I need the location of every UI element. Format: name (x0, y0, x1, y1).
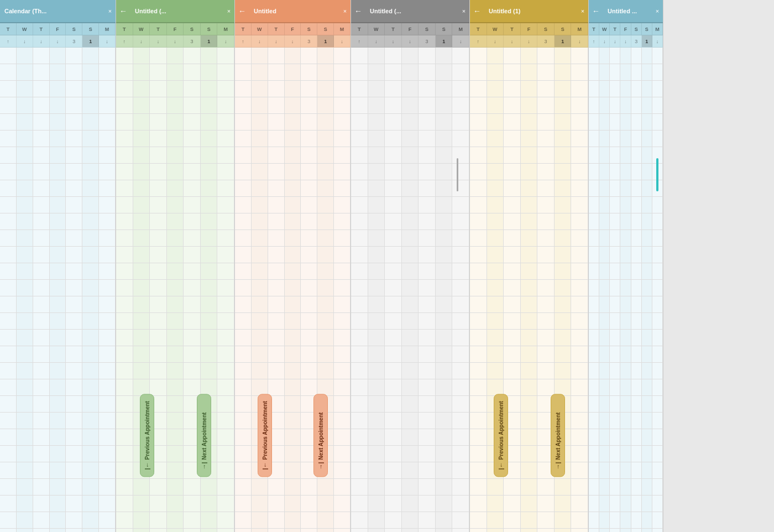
tab-title-5: Untitled (1) (484, 0, 577, 22)
panel-1: Calendar (Th... × T W T F S S M ↑ ↓ ↓ ↓ … (0, 0, 116, 532)
next-appt-button-5[interactable]: →| Next Appointment (551, 394, 565, 477)
date-row-2: ↑ ↓ ↓ ↓ 3 1 ↓ (116, 35, 234, 48)
day-header-S2: S (82, 23, 99, 35)
date-cell-7: ↓ (99, 35, 116, 47)
date-cell-6: 1 (82, 35, 99, 47)
grid-col (66, 48, 82, 532)
tab-bar-4: ← Untitled (... × (351, 0, 469, 23)
date-cell-4: ↓ (50, 35, 66, 47)
appt-buttons-5: |← Previous Appointment →| Next Appointm… (470, 394, 588, 477)
panels-container: Calendar (Th... × T W T F S S M ↑ ↓ ↓ ↓ … (0, 0, 774, 532)
cyan-scroll-indicator-6 (656, 158, 658, 191)
tab-title-4: Untitled (... (365, 0, 458, 22)
tab-bar-6: ← Untitled ... × (589, 0, 663, 23)
date-row-6: ↑ ↓ ↓ ↓ 3 1 ↓ (589, 35, 663, 48)
grid-col (50, 48, 66, 532)
day-header-W1: W (17, 23, 33, 35)
date-row-5: ↑ ↓ ↓ ↓ 3 1 ↓ (470, 35, 588, 48)
day-header-F1: F (50, 23, 66, 35)
tab-title-1: Calendar (Th... (0, 0, 104, 22)
grid-area-5: |← Previous Appointment →| Next Appointm… (470, 48, 588, 532)
tab-bar-2: ← Untitled (... × (116, 0, 234, 23)
prev-appt-button-5[interactable]: |← Previous Appointment (494, 394, 508, 477)
grid-col (99, 48, 116, 532)
close-button-6[interactable]: × (652, 0, 663, 22)
prev-appt-button-2[interactable]: |← Previous Appointment (140, 394, 154, 477)
tab-bar-1: Calendar (Th... × (0, 0, 116, 23)
appt-buttons-3: |← Previous Appointment →| Next Appointm… (235, 394, 351, 477)
next-appt-button-2[interactable]: →| Next Appointment (197, 394, 211, 477)
grid-area-1 (0, 48, 116, 532)
back-button-4[interactable]: ← (351, 0, 365, 22)
panel-4: ← Untitled (... × T W T F S S M ↑ ↓ ↓ ↓ … (351, 0, 470, 532)
close-button-5[interactable]: × (577, 0, 588, 22)
day-header-T2: T (33, 23, 50, 35)
grid-col (17, 48, 33, 532)
day-headers-5: T W T F S S M (470, 23, 588, 35)
next-appt-button-3[interactable]: →| Next Appointment (313, 394, 328, 477)
appt-buttons-2: |← Previous Appointment →| Next Appointm… (116, 394, 234, 477)
panel-5: ← Untitled (1) × T W T F S S M ↑ ↓ ↓ ↓ 3… (470, 0, 589, 532)
grid-area-6 (589, 48, 663, 532)
close-button-4[interactable]: × (458, 0, 469, 22)
date-cell-1: ↑ (0, 35, 17, 47)
day-header-T1: T (0, 23, 17, 35)
close-button-1[interactable]: × (104, 0, 116, 22)
back-button-6[interactable]: ← (589, 0, 603, 22)
grid-area-2: |← Previous Appointment →| Next Appointm… (116, 48, 234, 532)
grid-col (0, 48, 17, 532)
grid-area-3: |← Previous Appointment →| Next Appointm… (235, 48, 351, 532)
prev-appt-button-3[interactable]: |← Previous Appointment (258, 394, 272, 477)
date-cell-5: 3 (66, 35, 82, 47)
tab-bar-3: ← Untitled × (235, 0, 351, 23)
day-header-S1: S (66, 23, 82, 35)
day-headers-3: T W T F S S M (235, 23, 351, 35)
panel-2: ← Untitled (... × T W T F S S M ↑ ↓ ↓ ↓ … (116, 0, 235, 532)
scroll-indicator-4 (457, 158, 458, 191)
date-row-3: ↑ ↓ ↓ ↓ 3 1 ↓ (235, 35, 351, 48)
day-headers-1: T W T F S S M (0, 23, 116, 35)
grid-col (82, 48, 99, 532)
day-headers-6: T W T F S S M (589, 23, 663, 35)
tab-title-3: Untitled (249, 0, 339, 22)
day-headers-2: T W T F S S M (116, 23, 234, 35)
tab-title-2: Untitled (... (130, 0, 223, 22)
close-button-2[interactable]: × (223, 0, 234, 22)
grid-area-4 (351, 48, 469, 532)
grid-col (33, 48, 50, 532)
panel-6: ← Untitled ... × T W T F S S M ↑ ↓ ↓ ↓ 3… (589, 0, 663, 532)
back-button-3[interactable]: ← (235, 0, 249, 22)
back-button-2[interactable]: ← (116, 0, 130, 22)
date-cell-2: ↓ (17, 35, 33, 47)
date-row-1: ↑ ↓ ↓ ↓ 3 1 ↓ (0, 35, 116, 48)
day-header-M1: M (99, 23, 116, 35)
date-row-4: ↑ ↓ ↓ ↓ 3 1 ↓ (351, 35, 469, 48)
tab-title-6: Untitled ... (603, 0, 652, 22)
day-headers-4: T W T F S S M (351, 23, 469, 35)
panel-3: ← Untitled × T W T F S S M ↑ ↓ ↓ ↓ 3 1 ↓ (235, 0, 351, 532)
back-button-5[interactable]: ← (470, 0, 484, 22)
date-cell-3: ↓ (33, 35, 50, 47)
close-button-3[interactable]: × (339, 0, 351, 22)
tab-bar-5: ← Untitled (1) × (470, 0, 588, 23)
